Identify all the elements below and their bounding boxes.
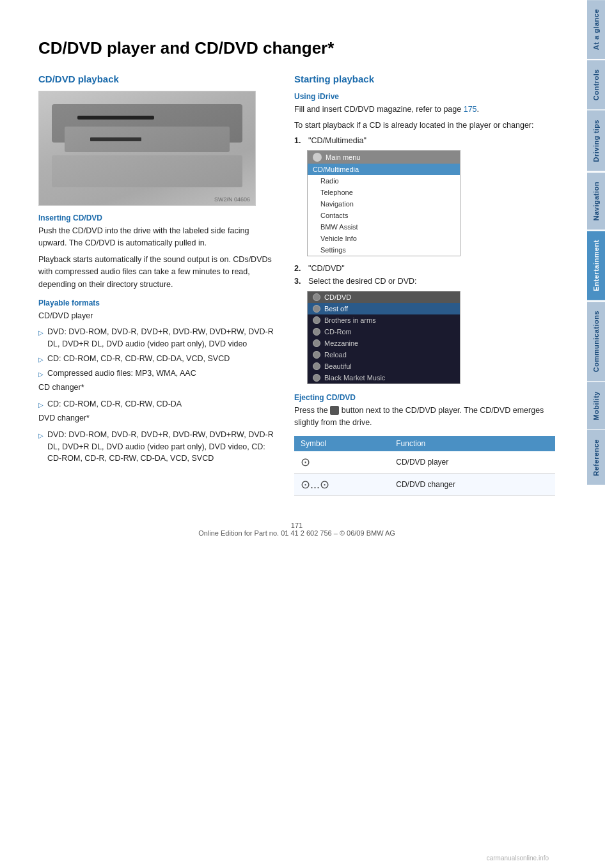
disc-icon <box>313 305 320 313</box>
menu-item-radio: Radio <box>308 175 460 187</box>
using-idrive-text2: To start playback if a CD is already loc… <box>294 120 555 132</box>
bullet-arrow-icon: ▷ <box>38 328 43 337</box>
step3: 3. Select the desired CD or DVD: <box>294 277 555 286</box>
step1-num: 1. <box>294 136 304 145</box>
dvd-icon <box>313 293 320 301</box>
page-link-175[interactable]: 175 <box>464 105 477 114</box>
bullet-arrow-icon: ▷ <box>38 369 43 379</box>
sidebar-tab-at-a-glance[interactable]: At a glance <box>587 0 605 59</box>
inserting-text2: Playback starts automatically if the sou… <box>38 254 275 291</box>
right-column: Starting playback Using iDrive Fill and … <box>294 74 555 496</box>
dvd-item-mezzanine: Mezzanine <box>308 337 460 349</box>
menu-icon <box>313 153 322 162</box>
car-dashboard-image: SW2/N 04606 <box>38 91 256 206</box>
formats-changer-label: CD changer* <box>38 382 275 394</box>
step3-text: Select the desired CD or DVD: <box>308 277 417 286</box>
dvd-item-label: Mezzanine <box>324 339 358 347</box>
sidebar-tab-controls[interactable]: Controls <box>587 60 605 109</box>
step3-num: 3. <box>294 277 304 286</box>
format-compressed-text: Compressed audio files: MP3, WMA, AAC <box>47 368 196 380</box>
disc-icon <box>313 362 320 370</box>
dvd-changer-text: DVD: DVD-ROM, DVD-R, DVD+R, DVD-RW, DVD+… <box>47 429 275 465</box>
ejecting-text: Press the button next to the CD/DVD play… <box>294 405 555 430</box>
symbol-col-header: Symbol <box>294 436 390 451</box>
formats-heading: Playable formats <box>38 298 275 307</box>
format-cd-text: CD: CD-ROM, CD-R, CD-RW, CD-DA, VCD, SVC… <box>47 353 230 365</box>
page-footer: 171 Online Edition for Part no. 01 41 2 … <box>38 515 555 537</box>
main-menu-list: CD/MultimediaRadioTelephoneNavigationCon… <box>308 164 460 256</box>
image-watermark: SW2/N 04606 <box>214 196 250 203</box>
menu-title-label: Main menu <box>326 153 360 161</box>
dvd-menu-screenshot: CD/DVD Best offBrothers in armsCD-RomMez… <box>307 291 460 384</box>
dvd-menu-list: Best offBrothers in armsCD-RomMezzanineR… <box>308 303 460 384</box>
step2-text: "CD/DVD" <box>308 264 345 273</box>
menu-item-telephone: Telephone <box>308 187 460 198</box>
menu-item-vehicle-info: Vehicle Info <box>308 233 460 244</box>
sidebar-tabs-container: At a glanceControlsDriving tipsNavigatio… <box>587 0 614 486</box>
disc-icon <box>313 339 320 347</box>
formats-player-label: CD/DVD player <box>38 310 275 322</box>
changer-cd-text: CD: CD-ROM, CD-R, CD-RW, CD-DA <box>47 398 182 410</box>
ejecting-heading: Ejecting CD/DVD <box>294 393 555 402</box>
sidebar: At a glanceControlsDriving tipsNavigatio… <box>587 0 614 868</box>
using-idrive-text1: Fill and insert CD/DVD magazine, refer t… <box>294 104 555 116</box>
sidebar-tab-driving-tips[interactable]: Driving tips <box>587 111 605 171</box>
bullet-arrow-icon: ▷ <box>38 431 43 440</box>
symbol-row-0: ⊙CD/DVD player <box>294 451 555 474</box>
dvd-item-label: Black Market Music <box>324 374 385 382</box>
symbol-row-1: ⊙...⊙CD/DVD changer <box>294 473 555 495</box>
sidebar-tab-navigation[interactable]: Navigation <box>587 173 605 229</box>
page-number: 171 <box>291 522 303 529</box>
footer-text: Online Edition for Part no. 01 41 2 602 … <box>198 529 395 537</box>
step1-text: "CD/Multimedia" <box>308 136 366 145</box>
symbol-cell: ⊙...⊙ <box>294 473 390 495</box>
page-title: CD/DVD player and CD/DVD changer* <box>38 38 555 58</box>
disc-icon <box>313 351 320 359</box>
menu-item-settings: Settings <box>308 244 460 256</box>
site-watermark: carmanualsonline.info <box>487 855 549 862</box>
bullet-arrow-icon: ▷ <box>38 400 43 410</box>
step2: 2. "CD/DVD" <box>294 264 555 273</box>
step2-num: 2. <box>294 264 304 273</box>
sidebar-tab-entertainment[interactable]: Entertainment <box>587 231 605 300</box>
dvd-item-label: Brothers in arms <box>324 316 376 324</box>
ejecting-section: Ejecting CD/DVD Press the button next to… <box>294 393 555 430</box>
dvd-item-label: CD-Rom <box>324 328 352 336</box>
dvd-item-beautiful: Beautiful <box>308 360 460 372</box>
symbol-table-body: ⊙CD/DVD player⊙...⊙CD/DVD changer <box>294 451 555 496</box>
dvd-item-cd-rom: CD-Rom <box>308 326 460 337</box>
dvd-title-label: CD/DVD <box>324 293 351 301</box>
menu-item-bmw-assist: BMW Assist <box>308 221 460 233</box>
inserting-text1: Push the CD/DVD into the drive with the … <box>38 225 275 250</box>
dvd-item-brothers-in-arms: Brothers in arms <box>308 314 460 326</box>
symbol-cell: ⊙ <box>294 451 390 474</box>
disc-icon <box>313 374 320 382</box>
dvd-item-label: Reload <box>324 351 347 359</box>
step1: 1. "CD/Multimedia" <box>294 136 555 145</box>
menu-item-cd/multimedia: CD/Multimedia <box>308 164 460 175</box>
starting-playback-heading: Starting playback <box>294 74 555 84</box>
sidebar-tab-communications[interactable]: Communications <box>587 302 605 381</box>
dvd-changer-item: ▷ DVD: DVD-ROM, DVD-R, DVD+R, DVD-RW, DV… <box>38 429 275 465</box>
disc-icon <box>313 328 320 336</box>
format-dvd-item: ▷ DVD: DVD-ROM, DVD-R, DVD+R, DVD-RW, DV… <box>38 326 275 350</box>
dvd-item-label: Best off <box>324 305 348 313</box>
sidebar-tab-mobility[interactable]: Mobility <box>587 382 605 430</box>
dvd-title-bar: CD/DVD <box>308 291 460 303</box>
format-dvd-text: DVD: DVD-ROM, DVD-R, DVD+R, DVD-RW, DVD+… <box>47 326 275 350</box>
dvd-item-best-off: Best off <box>308 303 460 314</box>
dvd-item-black-market-music: Black Market Music <box>308 372 460 384</box>
format-compressed-item: ▷ Compressed audio files: MP3, WMA, AAC <box>38 368 275 380</box>
sidebar-tab-reference[interactable]: Reference <box>587 430 605 485</box>
formats-dvd-changer-label: DVD changer* <box>38 412 275 424</box>
dvd-item-label: Beautiful <box>324 362 352 370</box>
changer-cd-item: ▷ CD: CD-ROM, CD-R, CD-RW, CD-DA <box>38 398 275 410</box>
function-col-header: Function <box>390 436 555 451</box>
menu-item-contacts: Contacts <box>308 210 460 221</box>
main-menu-screenshot: Main menu CD/MultimediaRadioTelephoneNav… <box>307 150 460 256</box>
menu-title-bar: Main menu <box>308 151 460 164</box>
left-column: CD/DVD playback SW2/N 04606 Inserting CD… <box>38 74 275 496</box>
dvd-item-reload: Reload <box>308 349 460 360</box>
bullet-arrow-icon: ▷ <box>38 355 43 364</box>
menu-item-navigation: Navigation <box>308 198 460 210</box>
